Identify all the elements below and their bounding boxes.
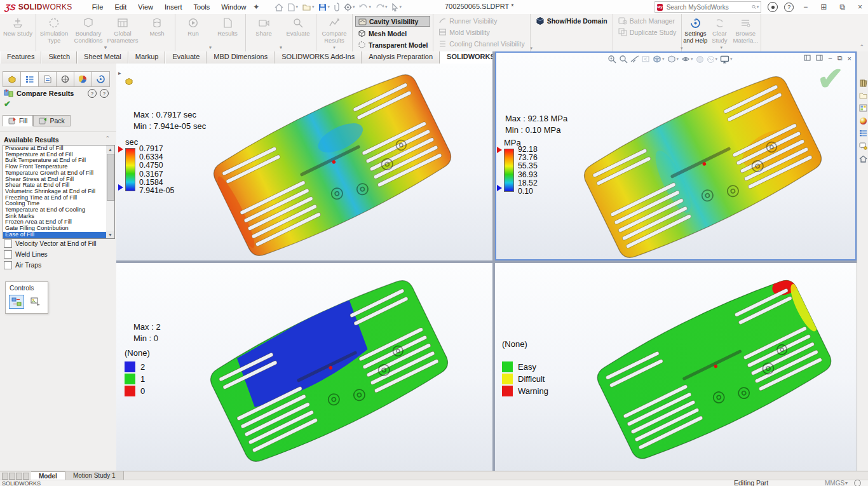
clear-study-button[interactable]: Clear Study xyxy=(708,15,731,50)
forum-icon[interactable] xyxy=(857,140,868,152)
attach-icon[interactable] xyxy=(333,2,341,12)
simulation-type-button[interactable]: Simulation Type ▾ xyxy=(37,15,71,50)
custom-properties-icon[interactable] xyxy=(857,127,868,140)
scroll-thumb[interactable] xyxy=(107,154,114,201)
menu-insert[interactable]: Insert xyxy=(159,2,188,12)
show-hide-domain-button[interactable]: Show/Hide Domain xyxy=(533,16,610,25)
tab-fill[interactable]: Fill xyxy=(3,115,33,126)
flyout-part-icon[interactable] xyxy=(125,78,133,86)
open-document-icon[interactable]: ▾ xyxy=(301,3,316,11)
duplicate-study-button[interactable]: Duplicate Study ▾ xyxy=(616,27,679,37)
pane-split-controls[interactable] xyxy=(0,471,31,480)
share-button[interactable]: Share ▾ xyxy=(247,15,281,50)
save-image-button[interactable] xyxy=(28,295,43,309)
search-scope-caret-icon[interactable]: ▾ xyxy=(757,4,759,10)
run-button[interactable]: Run ▾ xyxy=(176,15,210,50)
viewport-ease-of-fill[interactable]: (None) Easy Difficult Warning xyxy=(495,263,857,471)
select-cursor-icon[interactable]: ▾ xyxy=(390,3,403,12)
feature-manager-tab[interactable] xyxy=(3,72,21,86)
status-tag-icon[interactable] xyxy=(854,480,861,486)
plastics-manager-tab[interactable] xyxy=(92,72,109,86)
transparent-model-button[interactable]: Transparent Model xyxy=(355,40,430,50)
mold-visibility-button[interactable]: Mold Visibility xyxy=(436,27,527,37)
home-icon[interactable] xyxy=(273,3,285,12)
checkbox-velocity-vector[interactable]: Velocity Vector at End of Fill xyxy=(4,240,97,248)
search-icon[interactable] xyxy=(752,3,756,11)
checkbox-icon[interactable] xyxy=(4,250,12,259)
configuration-manager-tab[interactable] xyxy=(39,72,57,86)
options-gear-icon[interactable]: ▾ xyxy=(342,3,356,12)
boundary-conditions-button[interactable]: Boundary Conditions ▾ xyxy=(71,15,105,50)
maximize-window-icon[interactable]: ⊞ xyxy=(817,3,830,11)
flyout-expand-icon[interactable]: ▸ xyxy=(118,70,121,76)
quick-tips-icon[interactable]: ? xyxy=(88,89,97,98)
checkbox-icon[interactable] xyxy=(4,261,12,269)
dimxpert-manager-tab[interactable] xyxy=(57,72,74,86)
ribbon-collapse-icon[interactable]: ⌃ xyxy=(859,44,864,50)
new-study-button[interactable]: New Study xyxy=(1,15,35,50)
user-account-icon[interactable] xyxy=(768,2,778,12)
checkbox-weld-lines[interactable]: Weld Lines xyxy=(4,250,48,259)
available-results-list[interactable]: Pressure at End of Fill Temperature at E… xyxy=(3,145,107,239)
cooling-channel-visibility-button[interactable]: Cooling Channel Visibility ▾ xyxy=(436,39,527,48)
help-icon[interactable]: ? xyxy=(784,3,794,12)
viewport-gate-contribution[interactable]: Max : 2 Min : 0 (None) 2 1 0 xyxy=(116,263,492,471)
restore-window-icon[interactable]: ⧉ xyxy=(836,3,848,11)
units-caret-icon[interactable]: ▾ xyxy=(845,480,848,486)
checkbox-icon[interactable] xyxy=(4,240,12,248)
minimize-window-icon[interactable]: − xyxy=(800,3,811,11)
min-marker-icon xyxy=(118,184,123,191)
evaluate-button[interactable]: Evaluate ▾ xyxy=(281,15,315,50)
runner-visibility-button[interactable]: Runner Visibility xyxy=(436,16,527,25)
mesh-button[interactable]: Mesh ▾ xyxy=(140,15,174,50)
compare-results-button[interactable]: Compare Results ▾ xyxy=(317,15,351,50)
global-parameters-button[interactable]: Global Parameters ▾ xyxy=(105,15,140,50)
tab-pack[interactable]: Pack xyxy=(33,115,70,126)
design-library-icon[interactable] xyxy=(857,76,868,89)
dock-pane-icon[interactable] xyxy=(804,55,811,62)
scroll-down-icon[interactable]: ▼ xyxy=(106,231,114,238)
section-collapse-icon[interactable]: ⌃ xyxy=(105,135,110,142)
viewport-fill-time[interactable]: ▸ Max : 0.7 xyxy=(116,64,492,260)
file-explorer-icon[interactable] xyxy=(857,89,868,102)
ok-check-button[interactable]: ✔ xyxy=(4,99,11,109)
property-manager-tab[interactable] xyxy=(21,72,39,86)
list-scrollbar[interactable]: ▲ ▼ xyxy=(106,145,115,239)
batch-manager-button[interactable]: Batch Manager xyxy=(616,16,679,25)
available-results-header[interactable]: Available Results xyxy=(4,136,59,144)
tab-motion-study[interactable]: Motion Study 1 xyxy=(65,471,124,480)
redo-icon[interactable]: ▾ xyxy=(374,3,389,11)
units-selector[interactable]: MMGS xyxy=(825,480,844,486)
resources-home-icon[interactable] xyxy=(857,152,868,165)
results-button[interactable]: Results ▾ xyxy=(210,15,245,50)
search-box[interactable]: My ▾ xyxy=(654,1,761,13)
browse-material-button[interactable]: Browse Materia... ▾ xyxy=(731,15,760,50)
scroll-up-icon[interactable]: ▲ xyxy=(106,145,114,153)
tab-model[interactable]: Model xyxy=(31,471,65,480)
appearances-icon[interactable] xyxy=(857,114,868,127)
settings-and-help-button[interactable]: Settings and Help xyxy=(682,15,708,50)
checkbox-air-traps[interactable]: Air Traps xyxy=(4,261,41,269)
close-doc-icon[interactable]: × xyxy=(848,55,851,62)
sync-views-button[interactable] xyxy=(9,295,24,309)
menu-edit[interactable]: Edit xyxy=(109,2,132,12)
save-icon[interactable]: ▾ xyxy=(317,3,331,12)
menu-view[interactable]: View xyxy=(132,2,159,12)
search-input[interactable] xyxy=(665,3,752,11)
new-document-icon[interactable]: ▾ xyxy=(287,3,299,12)
display-manager-tab[interactable] xyxy=(74,72,92,86)
panel-help-icon[interactable]: ? xyxy=(100,89,109,98)
menu-window[interactable]: Window xyxy=(215,2,252,12)
undo-icon[interactable]: ▾ xyxy=(358,3,372,11)
menu-tools[interactable]: Tools xyxy=(188,2,216,12)
menu-file[interactable]: File xyxy=(86,2,109,12)
cavity-visibility-button[interactable]: Cavity Visibility xyxy=(355,16,430,27)
legend-swatch-red xyxy=(502,386,513,396)
list-item-selected[interactable]: Ease of Fill xyxy=(3,232,107,238)
global-parameters-icon xyxy=(116,17,130,29)
view-palette-icon[interactable] xyxy=(857,102,868,114)
close-window-icon[interactable]: × xyxy=(855,3,865,11)
mesh-model-button[interactable]: Mesh Model xyxy=(355,29,430,38)
viewport-shear-stress[interactable]: ▾ ▾ ▾ ▾ ▾ − ⧉ × ✔ xyxy=(495,51,857,260)
pin-menu-icon[interactable]: ✦ xyxy=(253,3,259,11)
